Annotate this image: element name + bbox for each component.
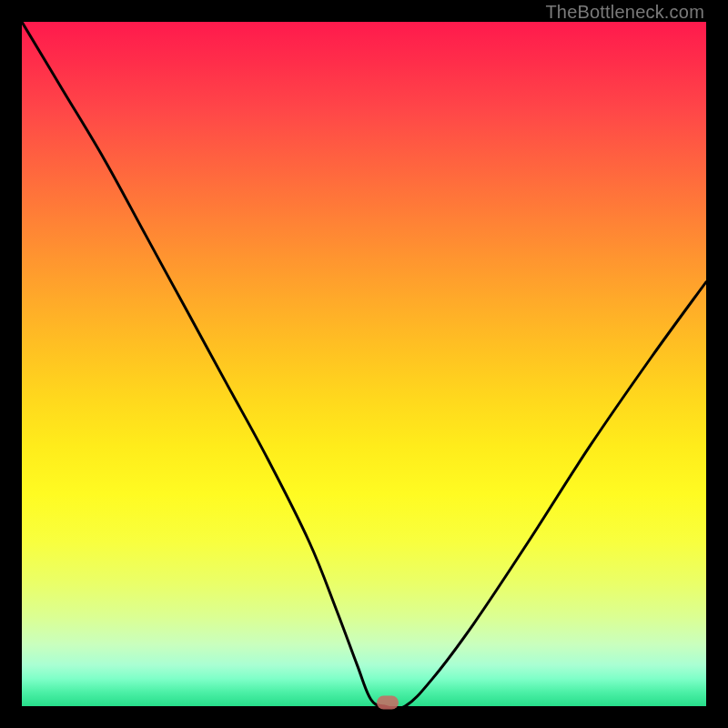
- chart-frame: TheBottleneck.com: [0, 0, 728, 728]
- optimal-point-marker: [377, 696, 399, 710]
- watermark-text: TheBottleneck.com: [545, 2, 704, 23]
- plot-area: [22, 22, 706, 706]
- bottleneck-curve: [22, 22, 706, 706]
